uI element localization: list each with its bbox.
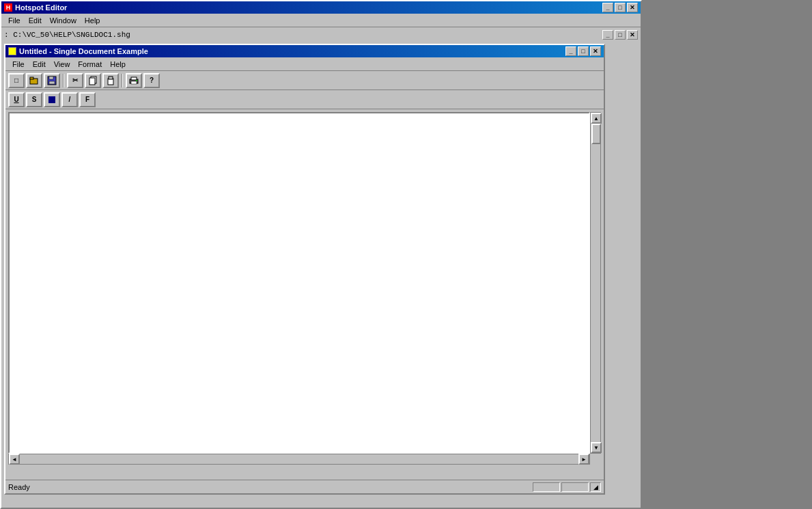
filepath-maximize-button[interactable]: □: [615, 30, 626, 40]
toolbar-new-button[interactable]: □: [8, 73, 25, 88]
filepath-window-controls: _ □ ✕: [602, 30, 638, 40]
svg-rect-1: [30, 77, 33, 79]
horizontal-scrollbar[interactable]: ◄ ►: [8, 454, 590, 465]
inner-minimize-button[interactable]: _: [565, 46, 576, 56]
toolbar-underline-button[interactable]: U: [8, 92, 25, 107]
inner-menu-file[interactable]: File: [8, 59, 29, 70]
vertical-scrollbar[interactable]: ▲ ▼: [590, 112, 601, 454]
outer-close-button[interactable]: ✕: [627, 3, 638, 12]
svg-point-12: [136, 80, 137, 81]
inner-window-title: Untitled - Single Document Example: [19, 47, 148, 55]
toolbar-line-button[interactable]: /: [61, 92, 78, 107]
inner-menubar: File Edit View Format Help: [5, 57, 604, 71]
scroll-up-arrow[interactable]: ▲: [591, 113, 602, 124]
svg-rect-6: [89, 78, 95, 85]
outer-window-title: Hotspot Editor: [15, 3, 67, 12]
toolbar-row2: U S / F: [5, 90, 604, 109]
status-text: Ready: [8, 483, 30, 491]
toolbar-box-button[interactable]: [44, 92, 60, 107]
status-panel-2: [561, 482, 589, 492]
status-panel-1: [533, 482, 560, 492]
document-area: ▲ ▼ ◄ ►: [8, 112, 601, 465]
outer-menubar: File Edit Window Help: [1, 14, 641, 27]
status-bar: Ready ◢: [5, 480, 604, 493]
scroll-down-arrow[interactable]: ▼: [591, 442, 602, 453]
inner-menu-format[interactable]: Format: [74, 59, 106, 70]
status-panels: ◢: [533, 482, 601, 492]
app-icon: H: [4, 3, 12, 12]
filepath-text: : C:\VC_50\HELP\SNGLDOC1.shg: [4, 31, 130, 39]
filepath-close-button[interactable]: ✕: [627, 30, 638, 40]
hotspot-editor-window: H Hotspot Editor _ □ ✕ File Edit Window …: [0, 0, 642, 509]
toolbar-row1: □ ✂: [5, 71, 604, 90]
filepath-bar: : C:\VC_50\HELP\SNGLDOC1.shg _ □ ✕: [1, 27, 641, 42]
toolbar-strikethrough-button[interactable]: S: [26, 92, 42, 107]
inner-document-window: Untitled - Single Document Example _ □ ✕…: [4, 44, 605, 495]
outer-maximize-button[interactable]: □: [615, 3, 626, 12]
inner-menu-help[interactable]: Help: [106, 59, 130, 70]
svg-rect-10: [131, 77, 137, 80]
toolbar-paste-button[interactable]: [102, 73, 119, 88]
scroll-right-arrow[interactable]: ►: [578, 454, 589, 465]
document-canvas[interactable]: [8, 112, 590, 454]
outer-minimize-button[interactable]: _: [602, 3, 613, 12]
svg-rect-3: [49, 77, 53, 79]
outer-menu-edit[interactable]: Edit: [25, 15, 46, 26]
toolbar-separator-1: [63, 74, 64, 87]
scroll-thumb-vertical[interactable]: [591, 124, 601, 144]
outer-menu-file[interactable]: File: [4, 15, 25, 26]
inner-menu-view[interactable]: View: [50, 59, 74, 70]
toolbar-help-button[interactable]: ?: [143, 73, 160, 88]
outer-titlebar: H Hotspot Editor _ □ ✕: [1, 1, 641, 14]
toolbar-save-button[interactable]: [44, 73, 60, 88]
inner-titlebar: Untitled - Single Document Example _ □ ✕: [5, 45, 604, 57]
document-icon: [8, 47, 16, 55]
toolbar-cut-button[interactable]: ✂: [67, 73, 83, 88]
toolbar-separator-2: [122, 74, 123, 87]
inner-window-controls: _ □ ✕: [565, 46, 601, 56]
svg-rect-13: [48, 96, 55, 103]
toolbar-copy-button[interactable]: [85, 73, 101, 88]
scrollbar-corner: [590, 454, 601, 465]
inner-menu-edit[interactable]: Edit: [29, 59, 50, 70]
svg-rect-4: [49, 81, 55, 84]
filepath-minimize-button[interactable]: _: [602, 30, 613, 40]
outer-menu-window[interactable]: Window: [46, 15, 81, 26]
toolbar-print-button[interactable]: [126, 73, 142, 88]
outer-menu-help[interactable]: Help: [81, 15, 104, 26]
outer-title-left: H Hotspot Editor: [4, 3, 67, 12]
svg-rect-11: [131, 81, 137, 84]
inner-title-left: Untitled - Single Document Example: [8, 47, 148, 55]
status-panel-3: ◢: [590, 482, 601, 492]
toolbar-font-button[interactable]: F: [79, 92, 96, 107]
toolbar-open-button[interactable]: [26, 73, 42, 88]
inner-close-button[interactable]: ✕: [590, 46, 601, 56]
inner-maximize-button[interactable]: □: [578, 46, 589, 56]
outer-window-controls: _ □ ✕: [602, 3, 638, 12]
svg-rect-8: [109, 77, 113, 79]
scroll-left-arrow[interactable]: ◄: [9, 454, 20, 465]
